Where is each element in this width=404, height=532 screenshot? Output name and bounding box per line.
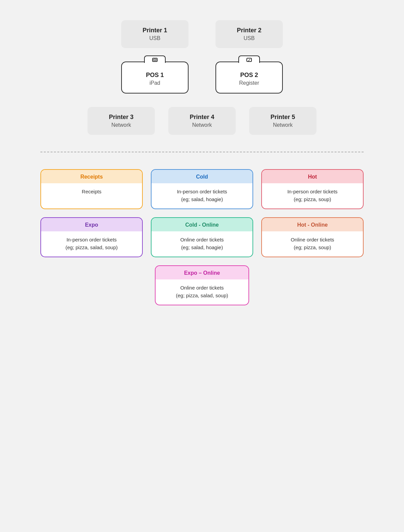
cold-online-body: Online order tickets (eg; salad, hoagie) — [152, 231, 252, 257]
hot-online-body: Online order tickets (eg; pizza, soup) — [262, 231, 363, 257]
expo-body: In-person order tickets (eg; pizza, sala… — [41, 231, 142, 257]
pos-1-name: POS 1 — [135, 72, 174, 79]
cold-body-line2: (eg; salad, hoagie) — [181, 196, 223, 202]
pos-1-device: POS 1 iPad — [121, 62, 189, 93]
hot-online-header: Hot - Online — [262, 218, 363, 231]
hot-online-body-line2: (eg; pizza, soup) — [294, 244, 331, 250]
printer-2-name: Printer 2 — [229, 27, 269, 34]
pos-1-icon — [151, 58, 159, 64]
categories-grid: Receipts Receipts Cold In-person order t… — [40, 169, 364, 257]
categories-bottom-row: Expo – Online Online order tickets (eg; … — [40, 265, 364, 305]
category-receipts: Receipts Receipts — [40, 169, 143, 209]
printer-1-name: Printer 1 — [135, 27, 175, 34]
pos-2-type: Register — [230, 80, 269, 86]
hot-body-line2: (eg; pizza, soup) — [294, 196, 331, 202]
expo-online-body-line1: Online order tickets — [180, 285, 224, 291]
diagram-section: Printer 1 USB Printer 2 USB POS 1 iPad — [40, 20, 364, 152]
expo-online-body: Online order tickets (eg; pizza, salad, … — [156, 279, 248, 305]
hot-header: Hot — [262, 170, 363, 183]
pos-2-name: POS 2 — [230, 72, 269, 79]
printer-5-type: Network — [263, 122, 303, 128]
pos-1-type: iPad — [135, 80, 174, 86]
receipts-header: Receipts — [41, 170, 142, 183]
category-hot: Hot In-person order tickets (eg; pizza, … — [261, 169, 364, 209]
pos-2-device: POS 2 Register — [215, 62, 283, 93]
category-cold: Cold In-person order tickets (eg; salad,… — [151, 169, 253, 209]
pos-2-icon — [245, 58, 253, 64]
printer-2-box: Printer 2 USB — [215, 20, 283, 48]
network-printers-row: Printer 3 Network Printer 4 Network Prin… — [40, 107, 364, 135]
expo-online-header: Expo – Online — [156, 266, 248, 279]
category-cold-online: Cold - Online Online order tickets (eg; … — [151, 217, 253, 257]
svg-rect-0 — [153, 58, 157, 62]
printer-1-type: USB — [135, 35, 175, 41]
receipts-body-line1: Receipts — [82, 189, 101, 194]
dashed-separator — [40, 152, 364, 152]
cold-body-line1: In-person order tickets — [177, 189, 227, 194]
printer-5-name: Printer 5 — [263, 114, 303, 121]
hot-online-body-line1: Online order tickets — [291, 237, 334, 242]
printer-3-type: Network — [101, 122, 141, 128]
expo-header: Expo — [41, 218, 142, 231]
category-expo: Expo In-person order tickets (eg; pizza,… — [40, 217, 143, 257]
expo-body-line1: In-person order tickets — [66, 237, 116, 242]
printer-2-type: USB — [229, 35, 269, 41]
category-hot-online: Hot - Online Online order tickets (eg; p… — [261, 217, 364, 257]
printer-4-name: Printer 4 — [182, 114, 222, 121]
category-expo-online: Expo – Online Online order tickets (eg; … — [155, 265, 249, 305]
cold-body: In-person order tickets (eg; salad, hoag… — [152, 183, 252, 208]
expo-online-body-line2: (eg; pizza, salad, soup) — [176, 293, 228, 298]
cold-online-header: Cold - Online — [152, 218, 252, 231]
printer-4-type: Network — [182, 122, 222, 128]
printer-4-box: Printer 4 Network — [168, 107, 236, 135]
categories-section: Receipts Receipts Cold In-person order t… — [40, 169, 364, 305]
hot-body-line1: In-person order tickets — [287, 189, 337, 194]
printer-3-name: Printer 3 — [101, 114, 141, 121]
printer-5-box: Printer 5 Network — [249, 107, 316, 135]
cold-online-body-line2: (eg; salad, hoagie) — [181, 244, 223, 250]
receipts-body: Receipts — [41, 183, 142, 201]
expo-body-line2: (eg; pizza, salad, soup) — [65, 244, 117, 250]
printer-3-box: Printer 3 Network — [88, 107, 155, 135]
hot-body: In-person order tickets (eg; pizza, soup… — [262, 183, 363, 208]
usb-printers-row: Printer 1 USB Printer 2 USB — [40, 20, 364, 48]
cold-header: Cold — [152, 170, 252, 183]
pos-devices-row: POS 1 iPad POS 2 Register — [40, 62, 364, 93]
cold-online-body-line1: Online order tickets — [180, 237, 224, 242]
printer-1-box: Printer 1 USB — [121, 20, 189, 48]
